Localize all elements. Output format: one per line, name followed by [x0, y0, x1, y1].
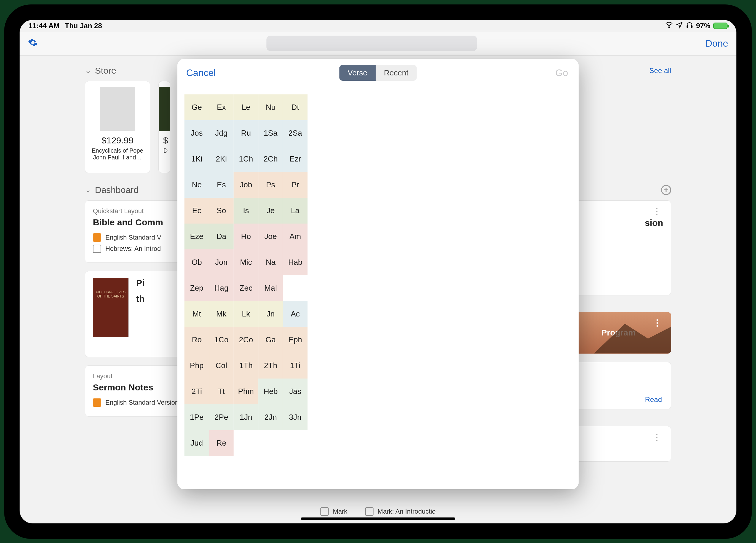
book-am[interactable]: Am [283, 223, 308, 249]
book-je[interactable]: Je [258, 198, 283, 223]
cancel-button[interactable]: Cancel [186, 67, 216, 78]
book-eze[interactable]: Eze [185, 223, 209, 249]
book-zec[interactable]: Zec [234, 275, 258, 301]
book-mal[interactable]: Mal [258, 275, 283, 301]
book-le[interactable]: Le [234, 94, 258, 120]
book-jdg[interactable]: Jdg [209, 120, 234, 146]
go-button[interactable]: Go [555, 67, 568, 78]
bible-book-grid: GeExLeNuDtJosJdgRu1Sa2Sa1Ki2Ki1Ch2ChEzrN… [177, 87, 579, 463]
screen: 11:44 AM Thu Jan 28 97% [20, 20, 736, 523]
book-hag[interactable]: Hag [209, 275, 234, 301]
book-2co[interactable]: 2Co [234, 327, 258, 353]
modal-header: Cancel Verse Recent Go [177, 59, 579, 87]
modal-backdrop: Cancel Verse Recent Go GeExLeNuDtJosJdgR… [20, 20, 736, 523]
book-nu[interactable]: Nu [258, 94, 283, 120]
book-re[interactable]: Re [209, 430, 234, 456]
book-ho[interactable]: Ho [234, 223, 258, 249]
book-phm[interactable]: Phm [234, 379, 258, 404]
book-php[interactable]: Php [185, 353, 209, 379]
book-es[interactable]: Es [209, 172, 234, 198]
book-jos[interactable]: Jos [185, 120, 209, 146]
book-dt[interactable]: Dt [283, 94, 308, 120]
book-1th[interactable]: 1Th [234, 353, 258, 379]
book-na[interactable]: Na [258, 249, 283, 275]
book-joe[interactable]: Joe [258, 223, 283, 249]
book-2ti[interactable]: 2Ti [185, 379, 209, 404]
book-3jn[interactable]: 3Jn [283, 404, 308, 430]
book-jn[interactable]: Jn [258, 301, 283, 327]
book-jon[interactable]: Jon [209, 249, 234, 275]
book-1ki[interactable]: 1Ki [185, 146, 209, 172]
book-1pe[interactable]: 1Pe [185, 404, 209, 430]
book-jas[interactable]: Jas [283, 379, 308, 404]
book-col[interactable]: Col [209, 353, 234, 379]
book-blank [283, 275, 308, 301]
book-1co[interactable]: 1Co [209, 327, 234, 353]
book-2pe[interactable]: 2Pe [209, 404, 234, 430]
book-ru[interactable]: Ru [234, 120, 258, 146]
book-ne[interactable]: Ne [185, 172, 209, 198]
book-2th[interactable]: 2Th [258, 353, 283, 379]
book-2jn[interactable]: 2Jn [258, 404, 283, 430]
book-zep[interactable]: Zep [185, 275, 209, 301]
book-mt[interactable]: Mt [185, 301, 209, 327]
book-hab[interactable]: Hab [283, 249, 308, 275]
book-job[interactable]: Job [234, 172, 258, 198]
book-2ch[interactable]: 2Ch [258, 146, 283, 172]
verse-picker-modal: Cancel Verse Recent Go GeExLeNuDtJosJdgR… [177, 59, 579, 489]
book-mk[interactable]: Mk [209, 301, 234, 327]
book-is[interactable]: Is [234, 198, 258, 223]
book-ec[interactable]: Ec [185, 198, 209, 223]
book-1ti[interactable]: 1Ti [283, 353, 308, 379]
book-la[interactable]: La [283, 198, 308, 223]
book-ac[interactable]: Ac [283, 301, 308, 327]
segment-recent[interactable]: Recent [376, 65, 417, 81]
book-heb[interactable]: Heb [258, 379, 283, 404]
book-blank [283, 430, 308, 456]
book-jud[interactable]: Jud [185, 430, 209, 456]
book-ps[interactable]: Ps [258, 172, 283, 198]
book-1ch[interactable]: 1Ch [234, 146, 258, 172]
book-da[interactable]: Da [209, 223, 234, 249]
book-so[interactable]: So [209, 198, 234, 223]
book-blank [234, 430, 258, 456]
book-2ki[interactable]: 2Ki [209, 146, 234, 172]
segment-verse[interactable]: Verse [339, 65, 376, 81]
book-pr[interactable]: Pr [283, 172, 308, 198]
book-ga[interactable]: Ga [258, 327, 283, 353]
book-eph[interactable]: Eph [283, 327, 308, 353]
book-ge[interactable]: Ge [185, 94, 209, 120]
book-mic[interactable]: Mic [234, 249, 258, 275]
book-ob[interactable]: Ob [185, 249, 209, 275]
segmented-control: Verse Recent [339, 65, 417, 81]
book-tt[interactable]: Tt [209, 379, 234, 404]
book-lk[interactable]: Lk [234, 301, 258, 327]
book-2sa[interactable]: 2Sa [283, 120, 308, 146]
ipad-frame: 11:44 AM Thu Jan 28 97% [4, 4, 752, 539]
book-ro[interactable]: Ro [185, 327, 209, 353]
book-ex[interactable]: Ex [209, 94, 234, 120]
book-1jn[interactable]: 1Jn [234, 404, 258, 430]
book-ezr[interactable]: Ezr [283, 146, 308, 172]
book-1sa[interactable]: 1Sa [258, 120, 283, 146]
book-blank [258, 430, 283, 456]
